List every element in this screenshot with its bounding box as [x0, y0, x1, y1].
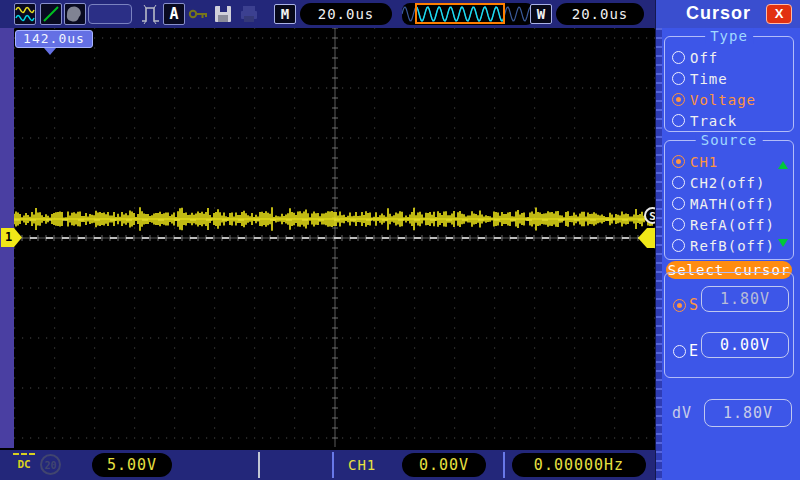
- pulse-icon[interactable]: [140, 3, 162, 25]
- blob-icon[interactable]: [64, 3, 86, 25]
- channel-waves-icon[interactable]: [14, 3, 36, 25]
- source-option-math[interactable]: MATH(off): [665, 193, 793, 214]
- radio-icon: [672, 197, 685, 210]
- trigger-position-marker[interactable]: [44, 48, 56, 55]
- delta-v-label: dV: [672, 404, 692, 422]
- delta-v-value: 1.80V: [704, 399, 792, 427]
- separator: [503, 452, 505, 478]
- window-timebase-label: W: [530, 4, 552, 24]
- radio-icon: [672, 155, 685, 168]
- radio-icon: [672, 51, 685, 64]
- source-option-ch1[interactable]: CH1: [665, 151, 793, 172]
- source-option-refa[interactable]: RefA(off): [665, 214, 793, 235]
- source-group: Source CH1 CH2(off) MATH(off) RefA(off) …: [664, 140, 794, 260]
- source-group-title: Source: [696, 132, 763, 148]
- source-option-ch2-label: CH2(off): [690, 175, 765, 191]
- save-icon[interactable]: [212, 3, 234, 25]
- panel-title-bar: Cursor X: [656, 0, 800, 28]
- radio-icon: [672, 218, 685, 231]
- waveform-preview[interactable]: [402, 3, 534, 25]
- empty-slot-button[interactable]: [88, 4, 132, 24]
- oscilloscope-screen: A M 20.0us W 20.0us 142.0us 1 S DC 20: [0, 0, 800, 480]
- type-group-title: Type: [705, 28, 753, 44]
- radio-icon: [672, 93, 685, 106]
- source-option-ch2[interactable]: CH2(off): [665, 172, 793, 193]
- scroll-up-icon[interactable]: [778, 161, 788, 169]
- type-option-voltage[interactable]: Voltage: [665, 89, 793, 110]
- cursor-values-group: S 1.80V E 0.00V: [664, 272, 794, 378]
- key-icon[interactable]: [188, 3, 210, 25]
- scroll-down-icon[interactable]: [778, 239, 788, 247]
- cursor-e-value[interactable]: 0.00V: [701, 332, 789, 358]
- volts-per-div-readout: 5.00V: [92, 453, 172, 477]
- type-option-time[interactable]: Time: [665, 68, 793, 89]
- panel-title: Cursor: [686, 3, 751, 24]
- top-toolbar: A M 20.0us W 20.0us: [0, 0, 655, 28]
- type-group: Type Off Time Voltage Track: [664, 36, 794, 132]
- coupling-dc-icon: DC: [12, 453, 36, 471]
- radio-icon: [672, 114, 685, 127]
- waveform-display: 142.0us 1 S: [14, 28, 655, 448]
- type-option-track-label: Track: [690, 113, 737, 129]
- separator: [258, 452, 260, 478]
- type-option-off[interactable]: Off: [665, 47, 793, 68]
- status-bar: DC 20 5.00V CH1 0.00V 0.00000Hz: [0, 448, 655, 480]
- auto-icon[interactable]: A: [163, 3, 185, 25]
- type-option-track[interactable]: Track: [665, 110, 793, 131]
- graticule-and-trace: [14, 28, 655, 448]
- trigger-position-readout: 142.0us: [15, 30, 93, 48]
- main-timebase-label: M: [274, 4, 296, 24]
- w-letter: W: [537, 6, 545, 22]
- auto-icon-letter: A: [169, 5, 178, 23]
- panel-edge-ticks: [656, 28, 662, 480]
- type-option-off-label: Off: [690, 50, 718, 66]
- cursor-s-label: S: [689, 296, 699, 314]
- cursor-s-value[interactable]: 1.80V: [701, 286, 789, 312]
- source-option-refa-label: RefA(off): [690, 217, 775, 233]
- bandwidth-limit-icon: 20: [40, 454, 61, 475]
- source-option-refb-label: RefB(off): [690, 238, 775, 254]
- frequency-counter-readout: 0.00000Hz: [512, 453, 646, 477]
- radio-icon: [672, 239, 685, 252]
- line-icon[interactable]: [40, 3, 62, 25]
- source-option-refb[interactable]: RefB(off): [665, 235, 793, 256]
- trigger-level-readout: 0.00V: [402, 453, 486, 477]
- type-option-voltage-label: Voltage: [690, 92, 756, 108]
- separator: [332, 452, 334, 478]
- coupling-label: DC: [17, 458, 30, 471]
- m-letter: M: [281, 6, 289, 22]
- cursor-menu-panel: Cursor X Type Off Time Voltage Track Sou…: [655, 0, 800, 480]
- trigger-source-label: CH1: [348, 457, 376, 473]
- radio-icon: [672, 176, 685, 189]
- source-option-ch1-label: CH1: [690, 154, 718, 170]
- print-icon[interactable]: [238, 3, 260, 25]
- cursor-e-radio[interactable]: [673, 345, 686, 358]
- close-icon[interactable]: X: [766, 4, 792, 24]
- window-timebase-readout: 20.0us: [556, 3, 644, 25]
- source-option-math-label: MATH(off): [690, 196, 775, 212]
- cursor-e-label: E: [689, 342, 699, 360]
- cursor-s-radio[interactable]: [673, 299, 686, 312]
- type-option-time-label: Time: [690, 71, 728, 87]
- main-timebase-readout: 20.0us: [300, 3, 392, 25]
- radio-icon: [672, 72, 685, 85]
